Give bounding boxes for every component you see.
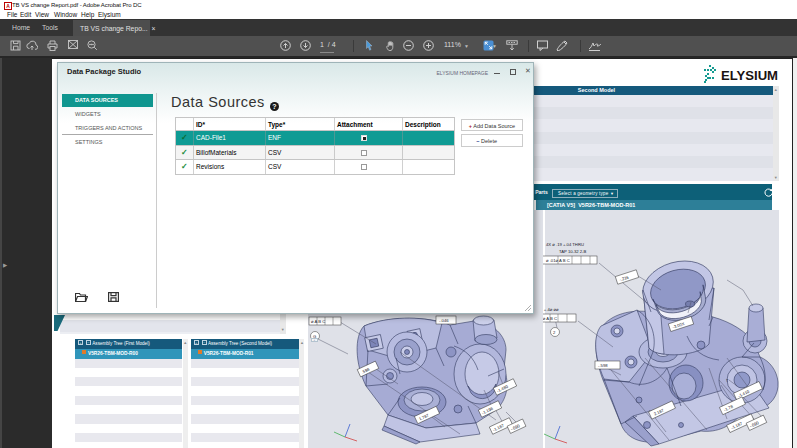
svg-text:⌀ A B C: ⌀ A B C [311, 319, 325, 324]
svg-text:ELYSIUM: ELYSIUM [721, 69, 778, 83]
svg-text:T: T [726, 378, 729, 383]
svg-text:-.046: -.046 [439, 318, 449, 323]
svg-text:-.598: -.598 [598, 363, 608, 368]
svg-text:4X ⌀ .19 +.04 THRU: 4X ⌀ .19 +.04 THRU [546, 242, 584, 247]
svg-text:A: A [6, 3, 10, 9]
svg-text:TAP 10-32 2-B: TAP 10-32 2-B [559, 249, 587, 254]
